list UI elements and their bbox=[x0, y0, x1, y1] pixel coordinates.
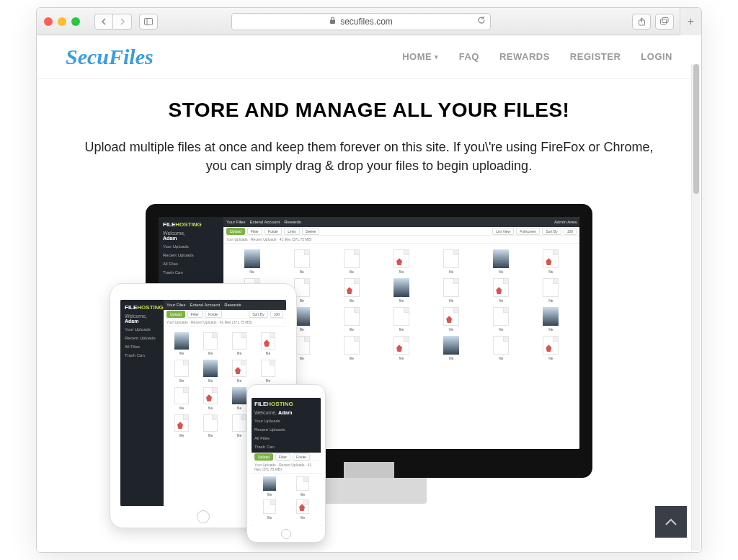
sidebar-toggle-button[interactable] bbox=[139, 14, 158, 30]
hero-section: STORE AND MANAGE ALL YOUR FILES! Upload … bbox=[37, 79, 701, 182]
hero-subtitle: Upload multiple files at once and keep t… bbox=[73, 138, 665, 175]
nav-rewards[interactable]: REWARDS bbox=[499, 51, 550, 62]
tabs-button[interactable] bbox=[655, 14, 674, 30]
window-controls bbox=[44, 17, 80, 26]
svg-rect-0 bbox=[145, 18, 153, 25]
nav-home[interactable]: HOME▾ bbox=[402, 51, 439, 62]
reload-icon[interactable] bbox=[477, 16, 486, 27]
svg-rect-5 bbox=[662, 18, 668, 23]
device-mockup: FILEHOSTING Welcome,Adam Your Uploads Re… bbox=[117, 204, 621, 521]
nav-login[interactable]: LOGIN bbox=[641, 51, 672, 62]
chevron-up-icon bbox=[664, 517, 677, 526]
forward-button[interactable] bbox=[113, 14, 132, 30]
svg-rect-4 bbox=[661, 19, 667, 25]
chevron-down-icon: ▾ bbox=[435, 53, 439, 61]
minimize-window-icon[interactable] bbox=[58, 17, 66, 26]
nav-buttons bbox=[94, 14, 158, 30]
nav-faq[interactable]: FAQ bbox=[459, 51, 479, 62]
browser-toolbar: secufiles.com + bbox=[37, 8, 701, 35]
hero-title: STORE AND MANAGE ALL YOUR FILES! bbox=[73, 99, 665, 122]
browser-window: secufiles.com + SecuFiles HOME▾ FAQ REWA… bbox=[36, 7, 702, 553]
toolbar-right bbox=[632, 14, 674, 30]
nav-register[interactable]: REGISTER bbox=[570, 51, 621, 62]
back-button[interactable] bbox=[94, 14, 113, 30]
main-nav: HOME▾ FAQ REWARDS REGISTER LOGIN bbox=[402, 51, 672, 62]
new-tab-button[interactable]: + bbox=[680, 8, 701, 35]
scrollbar[interactable] bbox=[691, 64, 700, 551]
address-bar[interactable]: secufiles.com bbox=[231, 13, 491, 30]
lock-icon bbox=[329, 17, 336, 27]
phone-mock: FILEHOSTING Welcome, Adam Your Uploads R… bbox=[246, 384, 326, 543]
svg-rect-2 bbox=[330, 19, 335, 24]
close-window-icon[interactable] bbox=[44, 17, 53, 26]
scrollbar-thumb[interactable] bbox=[693, 64, 699, 194]
address-text: secufiles.com bbox=[340, 17, 393, 27]
page-content: SecuFiles HOME▾ FAQ REWARDS REGISTER LOG… bbox=[37, 35, 701, 552]
share-button[interactable] bbox=[632, 14, 651, 30]
site-logo[interactable]: SecuFiles bbox=[66, 45, 154, 69]
zoom-window-icon[interactable] bbox=[71, 17, 80, 26]
scroll-to-top-button[interactable] bbox=[655, 506, 687, 538]
site-header: SecuFiles HOME▾ FAQ REWARDS REGISTER LOG… bbox=[37, 35, 701, 79]
